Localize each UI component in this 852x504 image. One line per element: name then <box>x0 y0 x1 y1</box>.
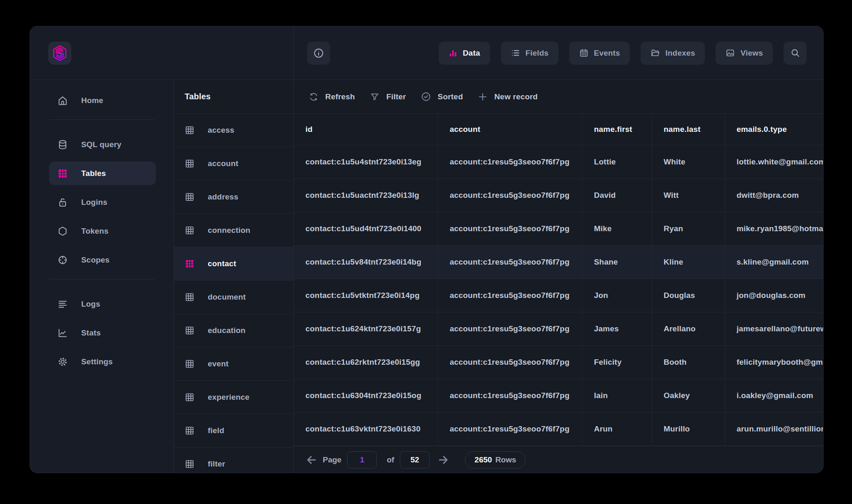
cell-id: contact:c1u624ktnt723e0i157g <box>294 312 438 345</box>
table-row[interactable]: contact:c1u63vktnt723e0i1630 account:c1r… <box>294 413 823 446</box>
table-grid-icon-active <box>57 168 68 179</box>
sidebar-item-scopes[interactable]: Scopes <box>49 248 156 272</box>
app-body: Home SQL query <box>30 80 823 473</box>
sidebar-item-logins[interactable]: Logins <box>49 190 156 214</box>
table-item-filter[interactable]: filter <box>174 448 293 473</box>
funnel-icon <box>370 92 380 102</box>
search-button[interactable] <box>784 42 807 65</box>
tab-fields[interactable]: Fields <box>501 42 559 65</box>
app-logo-button[interactable] <box>48 42 71 65</box>
column-header-id[interactable]: id <box>294 114 438 145</box>
sidebar-item-tokens[interactable]: Tokens <box>49 219 156 243</box>
sidebar-item-tables[interactable]: Tables <box>49 162 156 185</box>
new-record-button[interactable]: New record <box>478 92 537 102</box>
table-row-highlighted[interactable]: contact:c1u5v84tnt723e0i14bg account:c1r… <box>294 246 823 279</box>
table-row[interactable]: contact:c1u5u4stnt723e0i13eg account:c1r… <box>294 145 823 179</box>
sidebar-item-settings[interactable]: Settings <box>49 350 156 373</box>
refresh-icon <box>309 92 319 102</box>
table-row[interactable]: contact:c1u6304tnt723e0i15og account:c1r… <box>294 379 823 413</box>
table-item-label: document <box>208 293 246 302</box>
sorted-button[interactable]: Sorted <box>421 91 463 102</box>
view-tab-strip: Data Fields <box>439 42 807 65</box>
header-right-zone: Data Fields <box>294 26 823 80</box>
current-page-input[interactable] <box>347 451 377 469</box>
total-pages-input[interactable] <box>400 451 430 469</box>
next-page-button[interactable] <box>436 453 450 467</box>
table-row[interactable]: contact:c1u624ktnt723e0i157g account:c1r… <box>294 312 823 346</box>
cell-email: i.oakley@gmail.com <box>725 379 823 412</box>
column-header-emails-type[interactable]: emails.0.type <box>725 114 823 145</box>
table-row[interactable]: contact:c1u5ud4tnt723e0i1400 account:c1r… <box>294 212 823 246</box>
previous-page-button[interactable] <box>305 453 319 467</box>
sidebar-item-label: Logins <box>81 198 107 207</box>
table-grid-icon <box>185 326 195 335</box>
sidebar-item-stats[interactable]: Stats <box>49 321 156 345</box>
cell-name-last: White <box>652 145 725 178</box>
sidebar-item-label: Tokens <box>81 227 108 236</box>
cell-id: contact:c1u5ud4tnt723e0i1400 <box>294 212 438 245</box>
arrow-left-icon <box>305 454 318 466</box>
table-item-address[interactable]: address <box>174 181 293 214</box>
column-header-name-last[interactable]: name.last <box>652 114 725 145</box>
table-item-label: field <box>208 426 224 435</box>
cell-id: contact:c1u63vktnt723e0i1630 <box>294 413 438 445</box>
bar-chart-icon <box>448 49 458 58</box>
tab-views-label: Views <box>740 49 763 58</box>
tab-data[interactable]: Data <box>439 42 490 65</box>
cell-email: lottie.white@gmail.com <box>725 145 823 178</box>
table-item-field[interactable]: field <box>174 414 293 448</box>
table-item-label: connection <box>208 226 250 235</box>
cell-id: contact:c1u5uactnt723e0i13lg <box>294 179 438 212</box>
cell-name-last: Oakley <box>652 379 725 412</box>
table-item-education[interactable]: education <box>174 314 293 347</box>
tab-events[interactable]: Events <box>569 42 630 65</box>
cell-name-first: Arun <box>582 413 652 445</box>
table-grid-icon <box>185 292 195 302</box>
table-row[interactable]: contact:c1u5uactnt723e0i13lg account:c1r… <box>294 179 823 212</box>
sidebar-item-label: Logs <box>81 300 100 309</box>
top-header: Data Fields <box>30 26 823 80</box>
table-item-access[interactable]: access <box>174 114 293 147</box>
pagination-bar: Page of 2650 Rows <box>294 446 823 473</box>
cell-account: account:c1resu5g3seoo7f6f7pg <box>438 246 582 279</box>
table-row[interactable]: contact:c1u62rktnt723e0i15gg account:c1r… <box>294 346 823 379</box>
column-header-name-first[interactable]: name.first <box>582 114 652 145</box>
cell-name-first: Iain <box>582 379 652 412</box>
sidebar-item-sql-query[interactable]: SQL query <box>49 133 156 156</box>
of-label: of <box>387 455 394 464</box>
cell-email: arun.murillo@sentillion.com <box>725 413 823 445</box>
filter-button[interactable]: Filter <box>370 92 406 102</box>
refresh-button[interactable]: Refresh <box>309 92 355 102</box>
search-icon <box>790 48 800 58</box>
table-item-contact[interactable]: contact <box>174 247 293 281</box>
check-circle-icon <box>421 91 431 102</box>
page-label: Page <box>323 455 341 464</box>
info-button[interactable] <box>307 42 330 65</box>
table-item-account[interactable]: account <box>174 147 293 181</box>
cell-email: jamesarellano@futurewave.com <box>725 312 823 345</box>
sidebar-item-logs[interactable]: Logs <box>49 292 156 316</box>
tab-views[interactable]: Views <box>716 42 773 65</box>
app-window: Data Fields <box>30 26 824 473</box>
table-item-label: access <box>208 126 235 135</box>
table-grid-icon-active <box>185 259 195 269</box>
grid-toolbar: Refresh Filter Sor <box>294 80 823 114</box>
cell-account: account:c1resu5g3seoo7f6f7pg <box>438 312 582 345</box>
cell-id: contact:c1u5v84tnt723e0i14bg <box>294 246 438 279</box>
cell-name-last: Witt <box>652 179 725 212</box>
tab-indexes[interactable]: Indexes <box>641 42 705 65</box>
table-item-connection[interactable]: connection <box>174 214 293 247</box>
cell-email: dwitt@bpra.com <box>725 179 823 212</box>
table-item-event[interactable]: event <box>174 347 293 381</box>
table-item-experience[interactable]: experience <box>174 381 293 414</box>
table-item-document[interactable]: document <box>174 281 293 314</box>
table-grid-icon <box>185 225 195 235</box>
sidebar-item-home[interactable]: Home <box>49 89 156 112</box>
sidebar-divider <box>49 279 155 279</box>
cell-account: account:c1resu5g3seoo7f6f7pg <box>438 279 582 312</box>
tables-panel-header: Tables <box>174 80 293 114</box>
column-header-account[interactable]: account <box>438 114 582 145</box>
table-item-label: event <box>208 359 229 368</box>
table-row[interactable]: contact:c1u5vtktnt723e0i14pg account:c1r… <box>294 279 823 312</box>
table-item-label: contact <box>208 259 236 268</box>
